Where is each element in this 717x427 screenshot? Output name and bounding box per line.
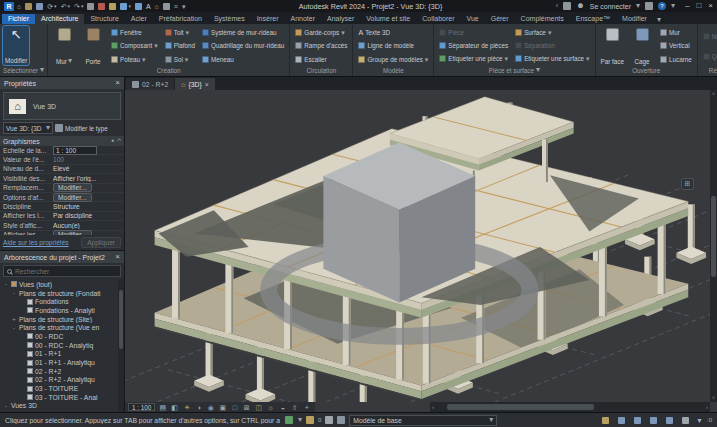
displace-button[interactable]: ⇧ <box>289 403 300 412</box>
project-browser-close-icon[interactable]: × <box>115 253 120 261</box>
type-selector[interactable]: ⌂ Vue 3D <box>3 92 121 120</box>
undo-button[interactable]: ↶▾ <box>61 3 70 10</box>
scale-button[interactable]: 1 : 100 <box>128 403 155 411</box>
default-3d-button[interactable]: ⌂ <box>155 3 159 10</box>
porte-button[interactable]: Porte <box>80 26 106 66</box>
select-links-button[interactable] <box>616 416 627 425</box>
tree-item-vues-3d[interactable]: -Vues 3D <box>0 402 124 411</box>
3d-viewport[interactable]: ⊞ <box>125 90 710 402</box>
tree-expander[interactable]: - <box>3 403 9 409</box>
property-value[interactable]: Modifier... <box>53 183 124 192</box>
home-button[interactable]: ⌂ <box>17 3 21 10</box>
constraints-button[interactable]: + <box>301 403 312 412</box>
ligne-de-modele-button[interactable]: Ligne de modèle <box>356 40 430 51</box>
isolate-button[interactable]: ◫ <box>253 403 264 412</box>
lock-button[interactable]: ⊠ <box>241 403 252 412</box>
tree-item-02-r-2-analytiqu[interactable]: 02 - R+2 - Analytiqu <box>0 376 124 385</box>
open-button[interactable] <box>25 3 32 10</box>
redo-button[interactable]: ↷▾ <box>74 3 83 10</box>
modifier-button[interactable]: ↖Modifier <box>3 26 29 65</box>
panel-label-selectionner[interactable]: Sélectionner▾ <box>0 65 47 76</box>
measure-button[interactable] <box>109 3 116 10</box>
tab-fichier[interactable]: Fichier <box>2 14 35 24</box>
search-icon[interactable] <box>563 2 571 10</box>
tab-vue[interactable]: Vue <box>461 14 485 24</box>
tree-expander[interactable]: + <box>11 316 17 322</box>
tab-volume-et-site[interactable]: Volume et site <box>360 14 416 24</box>
surface-button[interactable]: Surface▾ <box>513 27 591 38</box>
save-button[interactable] <box>36 3 43 10</box>
exclusions-button[interactable] <box>600 416 611 425</box>
toit-button[interactable]: Toit▾ <box>163 27 197 38</box>
signin-button[interactable]: Se connecter <box>590 3 631 10</box>
tree-expander[interactable]: - <box>3 281 9 287</box>
tree-scrollbar[interactable] <box>118 279 124 412</box>
scroll-right-icon[interactable]: › <box>706 404 708 410</box>
panel-label-creation[interactable]: Création <box>48 66 289 76</box>
text-button[interactable]: A <box>146 3 151 10</box>
etiqueter-une-piece-button[interactable]: Etiqueter une pièce▾ <box>437 53 510 64</box>
print-button[interactable] <box>87 3 94 10</box>
tab-modifier[interactable]: Modifier <box>616 14 653 24</box>
ribbon-state-toggle-icon[interactable]: ▾ <box>657 16 661 24</box>
quadrillage-du-mur-rideau-button[interactable]: Quadrillage du mur-rideau <box>200 40 286 51</box>
collapse-icon[interactable]: ^ <box>117 137 121 145</box>
meneau-button[interactable]: Meneau <box>200 54 286 65</box>
mur-button[interactable]: Mur <box>658 27 694 38</box>
transfer-button[interactable] <box>98 3 105 10</box>
reveal-button[interactable]: ☼ <box>265 403 276 412</box>
tree-item-00-rdc[interactable]: 00 - RDC <box>0 332 124 341</box>
tab-inserer[interactable]: Insérer <box>251 14 285 24</box>
tree-item-01-r-1[interactable]: 01 - R+1 <box>0 350 124 359</box>
tree-item-01-r-1-analytiqu[interactable]: 01 - R+1 - Analytiqu <box>0 358 124 367</box>
quadrillage-button[interactable]: Quadrillage <box>701 51 717 62</box>
tab-collaborer[interactable]: Collaborer <box>416 14 460 24</box>
model-icon[interactable] <box>337 416 345 424</box>
tab-gerer[interactable]: Gérer <box>485 14 515 24</box>
fenetre-button[interactable]: Fenêtre <box>109 27 160 38</box>
property-edit-button[interactable]: Modifier... <box>53 193 92 202</box>
escalier-button[interactable]: Escalier <box>293 54 349 65</box>
section-button[interactable] <box>163 3 170 10</box>
customize-button[interactable]: ▾ <box>182 3 186 10</box>
tab-structure[interactable]: Structure <box>84 14 124 24</box>
lucarne-button[interactable]: Lucarne <box>658 54 694 65</box>
tab-architecture[interactable]: Architecture <box>35 14 84 24</box>
tab-prefabrication[interactable]: Préfabrication <box>153 14 208 24</box>
tree-item-03-toiture-anal[interactable]: 03 - TOITURE - Anal <box>0 393 124 402</box>
filter-indicator[interactable]: ▼:0 <box>696 417 712 424</box>
signin-dropdown-icon[interactable]: ▾ <box>636 2 640 10</box>
tree-expander[interactable]: - <box>11 290 17 296</box>
close-icon[interactable]: × <box>708 2 713 10</box>
minimize-icon[interactable]: – <box>685 2 689 10</box>
property-value[interactable]: 1 : 100 <box>53 146 124 155</box>
revit-logo[interactable]: R <box>4 2 14 11</box>
sol-button[interactable]: Sol▾ <box>163 54 197 65</box>
groupe-de-modeles-button[interactable]: Groupe de modèles▾ <box>356 54 430 65</box>
property-value[interactable]: Modifier... <box>53 193 124 202</box>
separation-button[interactable]: Séparation <box>513 40 591 51</box>
view-tab-close-icon[interactable]: × <box>205 81 209 88</box>
tag-button[interactable] <box>135 3 142 10</box>
view-cube[interactable] <box>125 96 696 408</box>
tree-item-plans-de-structure-vue-en[interactable]: -Plans de structure (Vue en <box>0 323 124 332</box>
show-crop-button[interactable]: □ <box>229 403 240 412</box>
tree-item-plans-de-structure-fondati[interactable]: -Plans de structure (Fondati <box>0 289 124 298</box>
poteau-button[interactable]: Poteau▾ <box>109 54 160 65</box>
scroll-left-icon[interactable]: ‹ <box>432 404 434 410</box>
view-tab-3d[interactable]: ⌂{3D}× <box>175 78 215 90</box>
select-pins-button[interactable] <box>648 416 659 425</box>
sun-button[interactable]: ☀ <box>181 403 192 412</box>
tree-item-vues-tout[interactable]: -Vues (tout) <box>0 280 124 289</box>
tab-enscape[interactable]: Enscape™ <box>570 14 616 24</box>
tree-item-03-toiture[interactable]: 03 - TOITURE <box>0 384 124 393</box>
vertical-button[interactable]: Vertical <box>658 40 694 51</box>
shadows-button[interactable]: ◑ <box>193 403 204 412</box>
horizontal-scrollbar[interactable]: ‹ › <box>430 402 710 412</box>
worksets-icon[interactable] <box>325 416 333 424</box>
rampe-d-acces-button[interactable]: Rampe d'accès <box>293 40 349 51</box>
exclusions-indicator[interactable]: 0 <box>306 416 321 424</box>
help-icon[interactable]: ? <box>658 2 666 10</box>
panel-label-circulation[interactable]: Circulation <box>290 66 352 76</box>
chevron-left-icon[interactable]: ‹ <box>556 2 559 10</box>
